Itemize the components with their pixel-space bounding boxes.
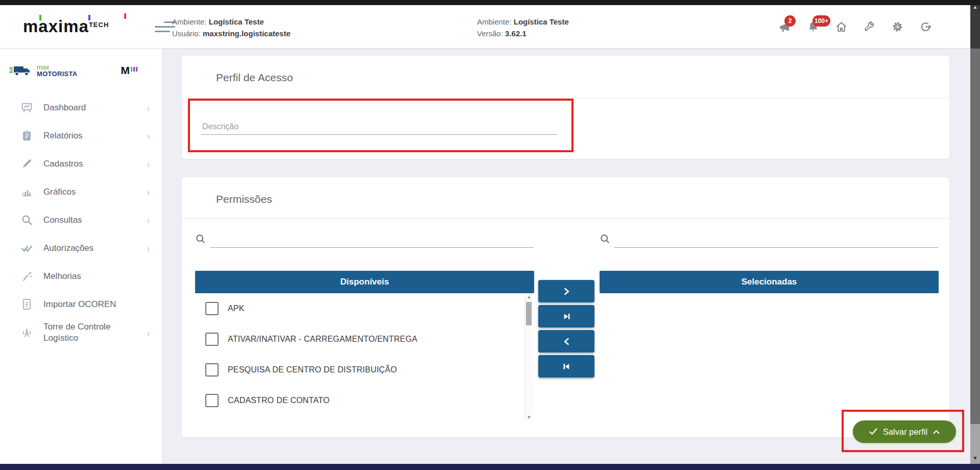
environment-value: Logística Teste [209,17,264,26]
max-motorista-logo: max MOTORISTA [9,64,78,77]
logo-text-motorista: MOTORISTA [37,70,78,77]
charts-icon [20,185,33,198]
logout-icon[interactable] [919,20,932,34]
gear-icon[interactable] [891,20,904,34]
move-left-icon [562,337,571,346]
available-search-input[interactable] [210,232,534,248]
brand-suffix: TECH [89,21,109,29]
available-permissions-list: APK ATIVAR/INATIVAR - CARREGAMENTO/ENTRE… [195,293,534,421]
sidebar-item-label: Importar OCOREN [43,299,147,310]
queries-icon [20,214,33,226]
page-scrollbar[interactable]: ▲ ▼ [970,0,980,470]
announcements-badge: 2 [784,15,796,27]
access-profile-card: Perfil de Acesso [181,55,950,159]
permission-row[interactable]: APK [195,293,534,324]
sidebar-item[interactable]: Melhorias › [0,262,162,290]
sidebar-item-label: Gráficos [43,186,147,198]
chevron-right-icon: › [147,214,150,225]
chevron-right-icon: › [147,242,150,253]
sidebar-item-label: Autorizações [43,243,147,254]
selected-search-input[interactable] [614,232,938,248]
import-icon [20,298,33,311]
move-all-left-button[interactable] [538,355,594,378]
sidebar: max MOTORISTA M Dashboard › Relatórios › [0,49,162,464]
permission-label: APK [228,304,245,313]
divider [182,218,949,219]
permissions-card: Permissões Disponíveis Selecionadas APK … [181,177,950,438]
permission-checkbox[interactable] [205,302,219,315]
search-icon [600,233,611,245]
sidebar-item[interactable]: Relatórios › [0,122,162,150]
move-right-button[interactable] [538,280,594,302]
sidebar-item[interactable]: Consultas › [0,206,162,234]
move-all-right-icon [562,312,571,321]
footer-bar [0,464,980,470]
brand-name: maxima [23,17,89,36]
check-icon [869,427,878,436]
improvements-icon [20,270,33,283]
permission-checkbox[interactable] [205,363,219,377]
permission-row[interactable]: PESQUISA DE CENTRO DE DISTRIBUIÇÃO [195,355,534,385]
sidebar-item-label: Cadastros [43,158,147,170]
dashboard-icon [20,101,33,114]
environment-version-info: Ambiente: Logística Teste Versão: 3.62.1 [477,16,569,39]
access-profile-title: Perfil de Acesso [182,56,949,84]
list-scrollbar[interactable]: ▲ ▼ [524,293,533,421]
divider [182,98,949,98]
maxima-mark-logo: M [121,66,138,75]
move-all-right-button[interactable] [538,305,594,327]
permission-row[interactable]: ATIVAR/INATIVAR - CARREGAMENTO/ENTREGA [195,324,534,355]
reports-icon [20,129,33,142]
move-left-button[interactable] [538,330,594,353]
sidebar-item[interactable]: Importar OCOREN › [0,290,162,318]
chevron-right-icon: › [147,186,150,197]
sidebar-item[interactable]: Autorizações › [0,234,162,262]
scrollbar-thumb[interactable] [526,302,532,325]
logo-accent-indigo [88,15,90,20]
truck-icon [9,64,34,77]
megaphone-icon[interactable]: 2 [778,20,792,34]
selected-list-header: Selecionadas [600,271,939,293]
sidebar-item[interactable]: Gráficos › [0,178,162,206]
top-strip [0,0,980,5]
bell-icon[interactable]: 100+ [806,20,820,34]
save-profile-button[interactable]: Salvar perfil [853,420,956,443]
logo-accent-pink [124,13,126,19]
app-header: maximaTECH Ambiente: Logística Teste Usu… [0,5,970,49]
search-icon [195,233,206,245]
registrations-icon [20,157,33,170]
sidebar-item[interactable]: Dashboard › [0,93,162,122]
sidebar-item-label: Dashboard [43,102,147,113]
permission-checkbox[interactable] [205,333,219,346]
notifications-badge: 100+ [812,15,830,27]
home-icon[interactable] [834,20,848,34]
authorizations-icon [20,242,33,254]
permission-label: PESQUISA DE CENTRO DE DISTRIBUIÇÃO [228,365,397,374]
environment-value-2: Logística Teste [514,17,569,26]
scroll-down-icon[interactable]: ▼ [970,455,980,461]
tower-icon [20,326,33,339]
chevron-right-icon: › [147,130,150,141]
environment-user-info: Ambiente: Logística Teste Usuário: maxst… [172,16,291,39]
permissions-title: Permissões [182,177,949,205]
permission-row[interactable]: CADASTRO DE CONTATO [195,385,534,416]
chevron-up-icon [933,429,940,435]
wrench-icon[interactable] [863,20,876,34]
chevron-right-icon: › [147,158,150,169]
sidebar-item[interactable]: Torre de Controle Logístico › [0,318,162,347]
description-input[interactable] [201,119,557,135]
move-all-left-icon [562,362,571,371]
logo-accent-green [39,15,41,20]
sidebar-nav: Dashboard › Relatórios › Cadastros › Grá… [0,93,162,347]
sidebar-item-label: Consultas [43,215,147,226]
permission-label: ATIVAR/INATIVAR - CARREGAMENTO/ENTREGA [228,335,418,344]
maxima-tech-logo: maximaTECH [23,17,140,36]
chevron-right-icon: › [147,327,150,338]
sidebar-item[interactable]: Cadastros › [0,150,162,178]
scrollbar-thumb[interactable] [970,49,980,424]
scroll-up-icon[interactable]: ▲ [525,294,533,299]
permission-checkbox[interactable] [205,394,219,407]
move-right-icon [562,287,571,296]
save-profile-label: Salvar perfil [883,427,927,437]
scroll-down-icon[interactable]: ▼ [525,415,533,420]
